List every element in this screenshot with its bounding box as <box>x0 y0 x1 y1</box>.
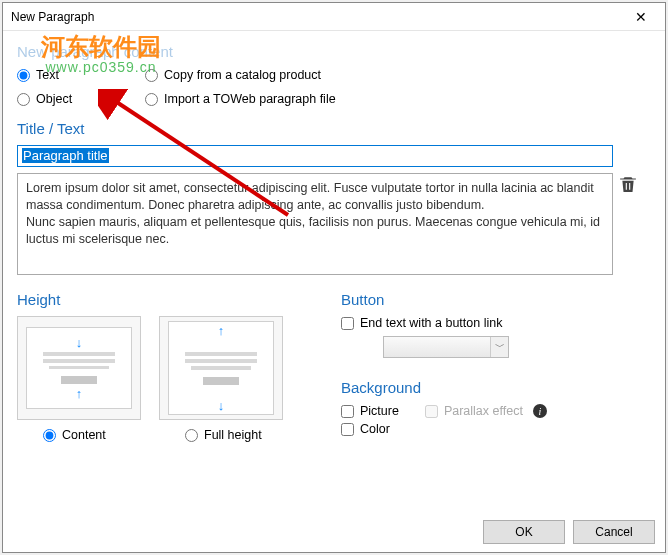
radio-object[interactable]: Object <box>17 92 145 106</box>
height-card-content-preview: ↓ ↑ <box>26 327 132 409</box>
height-radio-row: Content Full height <box>17 428 313 442</box>
height-card-content[interactable]: ↓ ↑ <box>17 316 141 420</box>
section-title-text: Title / Text <box>17 120 651 137</box>
chk-parallax-input <box>425 405 438 418</box>
radio-text-input[interactable] <box>17 69 30 82</box>
section-height-title: Height <box>17 291 313 308</box>
radio-text[interactable]: Text <box>17 68 145 82</box>
content-area: 河东软件园 www.pc0359.cn New paragraph conten… <box>3 31 665 512</box>
close-icon: ✕ <box>635 9 647 25</box>
chk-parallax-label: Parallax effect <box>444 404 523 418</box>
radio-height-content[interactable]: Content <box>17 428 141 442</box>
radio-object-input[interactable] <box>17 93 30 106</box>
height-card-full-preview: ↑ ↓ <box>168 321 274 415</box>
radio-import-label: Import a TOWeb paragraph file <box>164 92 336 106</box>
radio-import-input[interactable] <box>145 93 158 106</box>
content-type-radios: Text Object Copy from a catalog product … <box>17 68 651 106</box>
dialog-footer: OK Cancel <box>3 512 665 552</box>
chk-color-label: Color <box>360 422 390 436</box>
title-input-wrap: Paragraph title <box>17 145 651 167</box>
radio-height-full[interactable]: Full height <box>159 428 283 442</box>
chk-picture-label: Picture <box>360 404 399 418</box>
radio-height-full-label: Full height <box>204 428 262 442</box>
trash-icon[interactable] <box>619 175 637 193</box>
paragraph-title-input[interactable]: Paragraph title <box>17 145 613 167</box>
cancel-button[interactable]: Cancel <box>573 520 655 544</box>
combo-body <box>384 337 490 357</box>
radio-height-content-input[interactable] <box>43 429 56 442</box>
section-button-title: Button <box>341 291 651 308</box>
radio-height-full-input[interactable] <box>185 429 198 442</box>
arrow-up-icon: ↑ <box>76 387 83 400</box>
right-column: Button End text with a button link ﹀ Bac… <box>341 291 651 442</box>
paragraph-body-textarea[interactable] <box>17 173 613 275</box>
height-card-full[interactable]: ↑ ↓ <box>159 316 283 420</box>
textarea-row <box>17 173 651 275</box>
radio-import[interactable]: Import a TOWeb paragraph file <box>145 92 336 106</box>
button-style-combo[interactable]: ﹀ <box>383 336 509 358</box>
section-background-title: Background <box>341 379 651 396</box>
arrow-down-icon: ↓ <box>218 399 225 412</box>
window-title: New Paragraph <box>11 10 619 24</box>
arrow-down-icon: ↓ <box>76 336 83 349</box>
chevron-down-icon: ﹀ <box>490 337 508 357</box>
chk-color-input[interactable] <box>341 423 354 436</box>
height-column: Height ↓ ↑ ↑ <box>17 291 313 442</box>
close-button[interactable]: ✕ <box>619 3 663 31</box>
lower-columns: Height ↓ ↑ ↑ <box>17 291 651 442</box>
chk-parallax: Parallax effect i <box>425 404 547 418</box>
chk-color[interactable]: Color <box>341 422 651 436</box>
height-cards: ↓ ↑ ↑ ↓ <box>17 316 313 420</box>
section-new-paragraph-title: New paragraph content <box>17 43 651 60</box>
radio-copy-input[interactable] <box>145 69 158 82</box>
chk-picture[interactable]: Picture <box>341 404 399 418</box>
chk-picture-input[interactable] <box>341 405 354 418</box>
chk-end-text-button[interactable]: End text with a button link <box>341 316 651 330</box>
titlebar: New Paragraph ✕ <box>3 3 665 31</box>
radio-object-label: Object <box>36 92 72 106</box>
dialog-window: New Paragraph ✕ 河东软件园 www.pc0359.cn New … <box>2 2 666 553</box>
radio-height-content-label: Content <box>62 428 106 442</box>
button-style-row: ﹀ <box>383 336 651 361</box>
chk-end-text-button-label: End text with a button link <box>360 316 502 330</box>
chk-end-text-button-input[interactable] <box>341 317 354 330</box>
radio-copy-label: Copy from a catalog product <box>164 68 321 82</box>
radio-copy[interactable]: Copy from a catalog product <box>145 68 336 82</box>
ok-button[interactable]: OK <box>483 520 565 544</box>
radio-text-label: Text <box>36 68 59 82</box>
info-icon[interactable]: i <box>533 404 547 418</box>
arrow-up-icon: ↑ <box>218 324 225 337</box>
title-input-value: Paragraph title <box>22 148 109 163</box>
